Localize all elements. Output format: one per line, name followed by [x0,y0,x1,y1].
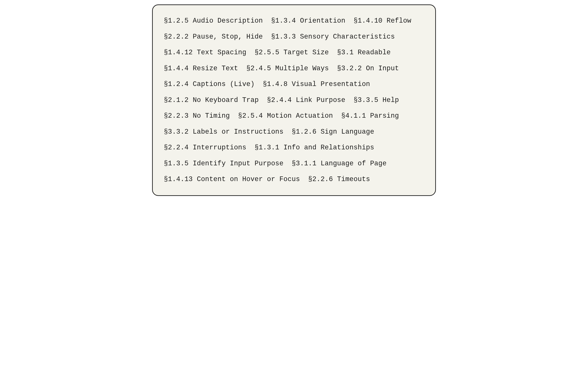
criteria-line: §2.2.3 No Timing §2.5.4 Motion Actuation… [164,113,424,119]
criteria-line: §1.4.12 Text Spacing §2.5.5 Target Size … [164,49,424,56]
criteria-line: §2.2.4 Interruptions §1.3.1 Info and Rel… [164,144,424,151]
criteria-line: §1.4.4 Resize Text §2.4.5 Multiple Ways … [164,65,424,72]
criteria-line: §1.2.5 Audio Description §1.3.4 Orientat… [164,18,424,24]
criteria-line: §1.3.5 Identify Input Purpose §3.1.1 Lan… [164,160,424,167]
criteria-line: §2.1.2 No Keyboard Trap §2.4.4 Link Purp… [164,97,424,104]
wcag-criteria-panel: §1.2.5 Audio Description §1.3.4 Orientat… [152,4,436,196]
criteria-line: §2.2.2 Pause, Stop, Hide §1.3.3 Sensory … [164,33,424,40]
criteria-line: §1.4.13 Content on Hover or Focus §2.2.6… [164,176,424,183]
criteria-line: §1.2.4 Captions (Live) §1.4.8 Visual Pre… [164,81,424,88]
criteria-line: §3.3.2 Labels or Instructions §1.2.6 Sig… [164,129,424,135]
